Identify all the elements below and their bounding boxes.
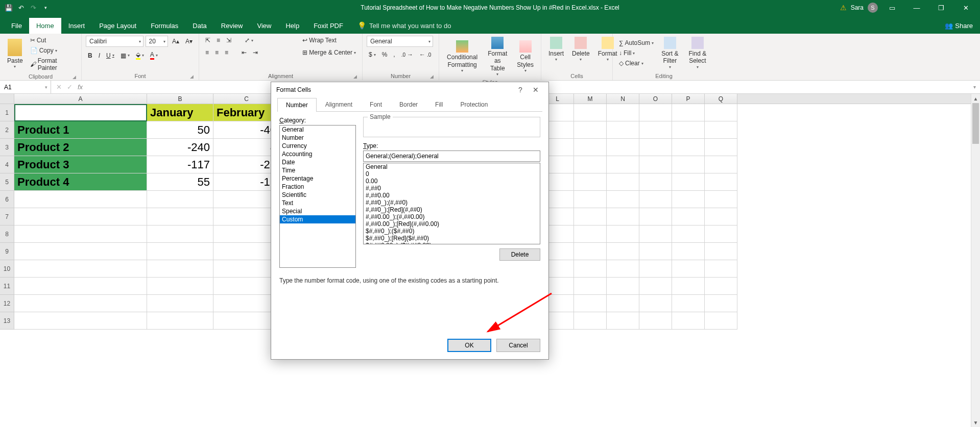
qat-customize-icon[interactable]: ▾ bbox=[41, 3, 50, 12]
category-item[interactable]: Fraction bbox=[280, 183, 355, 191]
cell[interactable] bbox=[639, 225, 672, 243]
comma-format-icon[interactable]: , bbox=[391, 50, 397, 59]
cell[interactable] bbox=[213, 243, 280, 260]
cell[interactable] bbox=[14, 208, 147, 225]
category-item[interactable]: Percentage bbox=[280, 174, 355, 183]
cell[interactable] bbox=[147, 295, 213, 312]
cell[interactable] bbox=[14, 243, 147, 260]
increase-indent-icon[interactable]: ⇥ bbox=[251, 48, 260, 57]
type-item[interactable]: #,##0_);(#,##0) bbox=[364, 199, 540, 206]
dialog-tab-alignment[interactable]: Alignment bbox=[317, 97, 361, 111]
clear-button[interactable]: ◇ Clear ▾ bbox=[617, 59, 656, 68]
wrap-text-button[interactable]: ↩ Wrap Text bbox=[300, 36, 358, 45]
increase-decimal-icon[interactable]: .0→ bbox=[399, 50, 415, 59]
cell[interactable] bbox=[14, 278, 147, 295]
cell[interactable] bbox=[574, 295, 607, 312]
cell[interactable]: -40 bbox=[213, 121, 280, 139]
cell[interactable] bbox=[574, 173, 607, 191]
scroll-down-icon[interactable]: ▼ bbox=[971, 418, 980, 427]
type-item[interactable]: $#,##0.00_);($#,##0.00) bbox=[364, 242, 540, 244]
category-item[interactable]: Text bbox=[280, 199, 355, 207]
row-header[interactable]: 4 bbox=[0, 156, 14, 173]
tab-formulas[interactable]: Formulas bbox=[144, 18, 185, 34]
cell[interactable]: February bbox=[213, 104, 280, 121]
row-header[interactable]: 5 bbox=[0, 173, 14, 191]
number-format-dropdown[interactable]: General bbox=[367, 36, 433, 47]
type-item[interactable]: $#,##0_);[Red]($#,##0) bbox=[364, 235, 540, 242]
col-header-N[interactable]: N bbox=[607, 94, 639, 104]
close-icon[interactable]: ✕ bbox=[955, 0, 976, 15]
cell[interactable] bbox=[574, 121, 607, 139]
scroll-thumb[interactable] bbox=[972, 103, 979, 144]
cell[interactable] bbox=[705, 312, 737, 330]
cell[interactable] bbox=[14, 104, 147, 121]
col-header-P[interactable]: P bbox=[672, 94, 705, 104]
type-item[interactable]: #,##0.00_);(#,##0.00) bbox=[364, 213, 540, 220]
cell[interactable] bbox=[574, 191, 607, 208]
cell[interactable] bbox=[574, 139, 607, 156]
row-header[interactable]: 10 bbox=[0, 260, 14, 278]
undo-icon[interactable]: ↶ bbox=[16, 3, 26, 12]
enter-formula-icon[interactable]: ✓ bbox=[67, 83, 73, 91]
col-header-M[interactable]: M bbox=[574, 94, 607, 104]
category-item[interactable]: Number bbox=[280, 134, 355, 142]
cancel-button[interactable]: Cancel bbox=[496, 339, 540, 352]
align-middle-icon[interactable]: ≡ bbox=[214, 36, 222, 45]
cell[interactable] bbox=[213, 260, 280, 278]
cell[interactable] bbox=[639, 260, 672, 278]
cell[interactable] bbox=[14, 260, 147, 278]
cell[interactable] bbox=[607, 156, 639, 173]
cell-styles-button[interactable]: Cell Styles▾ bbox=[514, 39, 537, 74]
format-as-table-button[interactable]: Format as Table▾ bbox=[483, 36, 512, 78]
type-item[interactable]: #,##0 bbox=[364, 185, 540, 192]
cancel-formula-icon[interactable]: ✕ bbox=[56, 83, 62, 91]
cell[interactable] bbox=[672, 208, 705, 225]
category-item[interactable]: Date bbox=[280, 158, 355, 166]
cell[interactable] bbox=[705, 278, 737, 295]
align-center-icon[interactable]: ≡ bbox=[213, 48, 221, 57]
cell[interactable] bbox=[639, 173, 672, 191]
cell[interactable] bbox=[14, 295, 147, 312]
number-launcher-icon[interactable]: ◢ bbox=[430, 74, 434, 79]
type-list[interactable]: General00.00#,##0#,##0.00#,##0_);(#,##0)… bbox=[363, 163, 540, 244]
font-size-dropdown[interactable]: 20 bbox=[146, 36, 168, 47]
cell[interactable] bbox=[639, 295, 672, 312]
tab-help[interactable]: Help bbox=[278, 18, 306, 34]
cell[interactable] bbox=[607, 295, 639, 312]
tab-page-layout[interactable]: Page Layout bbox=[92, 18, 144, 34]
dialog-tab-number[interactable]: Number bbox=[277, 98, 317, 112]
cell[interactable] bbox=[607, 191, 639, 208]
cell[interactable] bbox=[213, 295, 280, 312]
cell[interactable] bbox=[574, 312, 607, 330]
alignment-launcher-icon[interactable]: ◢ bbox=[353, 74, 357, 79]
cell[interactable] bbox=[705, 139, 737, 156]
delete-cells-button[interactable]: Delete▾ bbox=[569, 36, 593, 63]
increase-font-icon[interactable]: A▴ bbox=[170, 37, 181, 46]
cell[interactable] bbox=[147, 191, 213, 208]
find-select-button[interactable]: Find & Select▾ bbox=[684, 36, 711, 70]
bold-button[interactable]: B bbox=[86, 51, 94, 60]
cell[interactable] bbox=[639, 104, 672, 121]
row-header[interactable]: 12 bbox=[0, 295, 14, 312]
cell[interactable] bbox=[147, 312, 213, 330]
ribbon-display-icon[interactable]: ▭ bbox=[882, 0, 902, 15]
format-painter-button[interactable]: 🖌Format Painter bbox=[28, 56, 77, 72]
delete-button[interactable]: Delete bbox=[499, 248, 540, 261]
col-header-O[interactable]: O bbox=[639, 94, 672, 104]
user-avatar[interactable]: S bbox=[868, 3, 878, 13]
cell[interactable] bbox=[705, 104, 737, 121]
cell[interactable] bbox=[672, 260, 705, 278]
cell[interactable] bbox=[14, 225, 147, 243]
category-item[interactable]: Scientific bbox=[280, 191, 355, 199]
decrease-indent-icon[interactable]: ⇤ bbox=[240, 48, 249, 57]
percent-format-icon[interactable]: % bbox=[380, 50, 390, 59]
cell[interactable] bbox=[639, 191, 672, 208]
cell[interactable]: -240 bbox=[147, 139, 213, 156]
borders-button[interactable]: ▦ ▾ bbox=[118, 51, 132, 60]
type-item[interactable]: #,##0_);[Red](#,##0) bbox=[364, 206, 540, 213]
cell[interactable] bbox=[705, 208, 737, 225]
col-header-B[interactable]: B bbox=[147, 94, 213, 104]
tab-file[interactable]: File bbox=[4, 18, 29, 34]
cell[interactable] bbox=[574, 208, 607, 225]
cell[interactable] bbox=[574, 243, 607, 260]
